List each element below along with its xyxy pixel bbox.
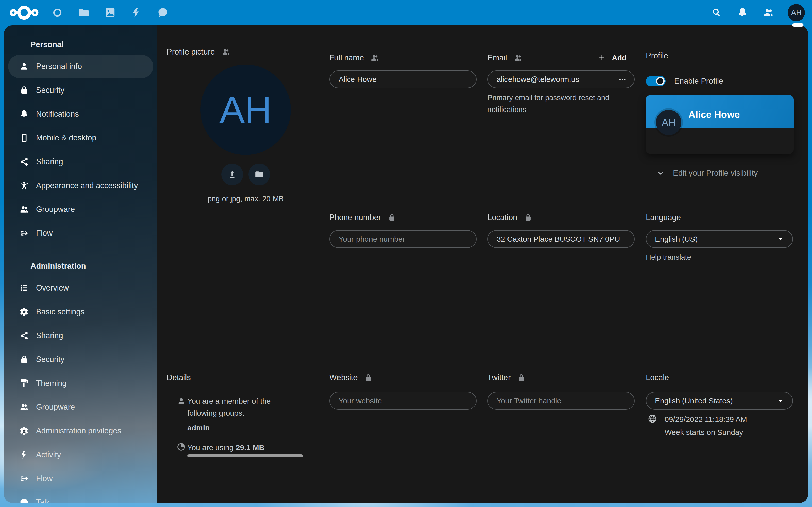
sidebar-item-appearance-and-accessibility[interactable]: Appearance and accessibility: [8, 174, 153, 197]
profile-preview-card[interactable]: AH Alice Howe: [646, 95, 794, 154]
website-label: Website: [329, 372, 373, 383]
edit-profile-visibility[interactable]: Edit your Profile visibility: [656, 168, 758, 179]
full-name-input[interactable]: [329, 70, 476, 88]
sidebar-item-label: Notifications: [36, 110, 79, 119]
sidebar-item-sharing[interactable]: Sharing: [8, 324, 153, 347]
dots-horizontal-icon: [618, 75, 627, 84]
sidebar-item-label: Talk: [36, 498, 50, 503]
bell-icon: [19, 109, 29, 119]
flow-icon: [19, 228, 29, 238]
sidebar-item-flow[interactable]: Flow: [8, 467, 153, 490]
caret-down-icon: [776, 235, 785, 243]
locale-select[interactable]: English (United States): [646, 392, 793, 410]
personal-info-content: Profile picture AH png or jpg, max. 20 M…: [157, 25, 808, 503]
scope-contacts-icon[interactable]: [370, 54, 379, 62]
sidebar-item-security[interactable]: Security: [8, 78, 153, 102]
sidebar-item-groupware[interactable]: Groupware: [8, 198, 153, 221]
email-label: Email: [488, 52, 522, 63]
photos-icon: [104, 7, 116, 18]
sidebar-item-label: Groupware: [36, 205, 75, 214]
sidebar-item-label: Administration privileges: [36, 427, 121, 436]
quota-icon: [176, 442, 186, 452]
phone-input[interactable]: [329, 230, 476, 248]
email-options-button[interactable]: [617, 74, 628, 85]
upload-icon: [227, 170, 237, 179]
enable-profile-toggle[interactable]: [646, 76, 666, 87]
cellphone-icon: [19, 133, 29, 143]
sidebar-item-label: Overview: [36, 283, 69, 292]
profile-picture-avatar[interactable]: AH: [200, 65, 291, 155]
sidebar-item-notifications[interactable]: Notifications: [8, 102, 153, 126]
sidebar-item-label: Sharing: [36, 157, 63, 166]
sidebar-item-personal-info[interactable]: Personal info: [8, 55, 153, 78]
search-button[interactable]: [710, 6, 723, 19]
sidebar-item-theming[interactable]: Theming: [8, 372, 153, 395]
sidebar-item-security[interactable]: Security: [8, 348, 153, 371]
folder-icon: [255, 170, 264, 179]
help-translate-link[interactable]: Help translate: [646, 253, 691, 261]
location-label: Location: [488, 212, 532, 223]
globe-icon: [647, 414, 657, 424]
sidebar-item-activity[interactable]: Activity: [8, 443, 153, 466]
sidebar-item-sharing[interactable]: Sharing: [8, 150, 153, 173]
app-activity[interactable]: [131, 7, 143, 19]
location-input[interactable]: [488, 230, 635, 248]
profile-heading: Profile: [646, 50, 668, 61]
app-photos[interactable]: [104, 7, 116, 19]
scope-contacts-icon[interactable]: [221, 48, 230, 56]
paint-icon: [19, 379, 29, 388]
upload-avatar-button[interactable]: [221, 164, 243, 185]
scope-lock-icon[interactable]: [364, 374, 373, 382]
flow-icon: [19, 474, 29, 484]
add-email-button[interactable]: Add: [598, 52, 626, 63]
groupware-icon: [19, 205, 29, 214]
share-icon: [19, 331, 29, 340]
sidebar-item-administration-privileges[interactable]: Administration privileges: [8, 419, 153, 443]
app-files[interactable]: [78, 7, 90, 19]
enable-profile-label: Enable Profile: [674, 76, 723, 87]
user-avatar[interactable]: AH: [788, 4, 805, 21]
overview-icon: [19, 283, 29, 293]
locale-week-info: Week starts on Sunday: [665, 427, 743, 439]
talk-icon: [19, 498, 29, 503]
sidebar-item-label: Activity: [36, 450, 61, 459]
scope-lock-icon[interactable]: [388, 213, 396, 222]
profile-card-avatar: AH: [656, 110, 681, 135]
sidebar-item-label: Appearance and accessibility: [36, 181, 138, 190]
notifications-button[interactable]: [736, 6, 749, 19]
chevron-down-icon: [656, 169, 665, 178]
app-dashboard[interactable]: [51, 7, 63, 19]
groupware-icon: [19, 402, 29, 412]
sidebar-item-label: Personal info: [36, 62, 82, 71]
cog-account-icon: [19, 426, 29, 436]
settings-sidebar: PersonalPersonal infoSecurityNotificatio…: [4, 25, 157, 503]
sidebar-item-overview[interactable]: Overview: [8, 276, 153, 300]
email-helper-text: Primary email for password reset and not…: [488, 92, 619, 116]
plus-icon: [598, 54, 606, 62]
contacts-icon: [763, 7, 774, 18]
sidebar-item-label: Sharing: [36, 331, 63, 340]
locale-datetime: 09/29/2022 11:18:39 AM: [665, 413, 747, 426]
sidebar-item-groupware[interactable]: Groupware: [8, 395, 153, 419]
scope-lock-icon[interactable]: [517, 374, 526, 382]
quota-value: 29.1 MB: [236, 443, 264, 452]
scope-contacts-icon[interactable]: [514, 54, 522, 62]
header-actions: AH: [710, 4, 805, 21]
app-talk[interactable]: [157, 7, 169, 19]
quota-progress-bar: [187, 454, 303, 457]
app-launcher: [51, 7, 169, 19]
language-select[interactable]: English (US): [646, 230, 793, 248]
sidebar-item-basic-settings[interactable]: Basic settings: [8, 300, 153, 324]
website-input[interactable]: [329, 392, 476, 410]
profile-card-name: Alice Howe: [689, 109, 740, 120]
nextcloud-logo-icon[interactable]: [9, 5, 40, 20]
sidebar-item-talk[interactable]: Talk: [8, 491, 153, 503]
sidebar-item-flow[interactable]: Flow: [8, 222, 153, 245]
nextcloud-settings-page: AH PersonalPersonal infoSecurityNotifica…: [0, 0, 812, 507]
sidebar-item-mobile-desktop[interactable]: Mobile & desktop: [8, 126, 153, 150]
email-input[interactable]: [488, 70, 635, 88]
scope-lock-icon[interactable]: [524, 213, 532, 222]
choose-from-files-button[interactable]: [248, 164, 270, 185]
contacts-button[interactable]: [762, 6, 775, 19]
twitter-input[interactable]: [488, 392, 635, 410]
